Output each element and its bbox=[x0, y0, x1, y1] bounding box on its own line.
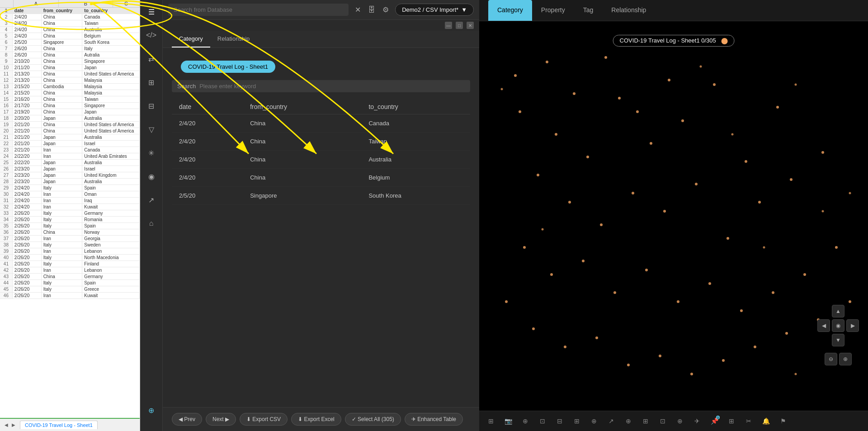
next-sheet-arrow[interactable]: ▶ bbox=[11, 422, 16, 428]
right-tab-relationship[interactable]: Relationship bbox=[602, 0, 655, 21]
nav-zoom-out-button[interactable]: ⊖ bbox=[825, 353, 837, 365]
cell-date: 2/15/20 bbox=[13, 84, 42, 90]
clear-icon[interactable]: ✕ bbox=[353, 4, 363, 16]
toolbar-camera-icon[interactable]: 📷 bbox=[502, 415, 514, 427]
toolbar-add-icon[interactable]: ⊕ bbox=[588, 415, 600, 427]
cell-header-date: date bbox=[13, 8, 42, 14]
nav-right-button[interactable]: ▶ bbox=[846, 319, 859, 332]
filter-icon[interactable]: ▽ bbox=[144, 122, 159, 137]
enhanced-table-button[interactable]: ✈ Enhanced Table bbox=[405, 413, 463, 426]
nav-down-button[interactable]: ▼ bbox=[832, 334, 844, 346]
hierarchy-icon[interactable]: ⊟ bbox=[144, 99, 159, 113]
code-icon[interactable]: </> bbox=[144, 28, 159, 43]
sheet-row: 25 2/22/20 Japan Australia bbox=[0, 160, 140, 166]
cell-from: China bbox=[42, 58, 83, 64]
sheet-row: 36 2/26/20 China Norway bbox=[0, 229, 140, 236]
table-icon[interactable]: ⊞ bbox=[144, 75, 159, 90]
select-all-button[interactable]: ✓ Select All (305) bbox=[345, 413, 401, 426]
toolbar-circle-icon[interactable]: ⊕ bbox=[622, 415, 635, 427]
settings-icon[interactable]: ⚙ bbox=[381, 4, 391, 16]
col-header-to-country: to_country bbox=[361, 99, 470, 114]
search-input[interactable] bbox=[168, 4, 349, 16]
cell-date: 2/26/20 bbox=[13, 261, 42, 267]
nav-center-button[interactable]: ◉ bbox=[832, 319, 844, 332]
menu-icon[interactable]: ☰ bbox=[144, 5, 159, 19]
search-wrapper bbox=[168, 4, 349, 16]
database-icon[interactable]: 🗄 bbox=[366, 4, 377, 16]
toolbar-merge-icon[interactable]: ⊕ bbox=[674, 415, 686, 427]
svg-point-12 bbox=[713, 83, 716, 86]
graph-icon[interactable]: ✳ bbox=[144, 146, 159, 160]
toolbar-select-icon[interactable]: ⊡ bbox=[536, 415, 549, 427]
minimize-btn[interactable]: — bbox=[445, 22, 452, 29]
prev-sheet-arrow[interactable]: ◀ bbox=[4, 422, 9, 428]
cell-from: Iran bbox=[42, 267, 83, 273]
toolbar-plane-icon[interactable]: ✈ bbox=[691, 415, 703, 427]
svg-point-2 bbox=[573, 92, 576, 95]
sheet-rows: 2 2/4/20 China Canada 3 2/4/20 China Tai… bbox=[0, 14, 140, 418]
toolbar-pin-icon[interactable]: 📌 0 bbox=[708, 415, 721, 427]
home-icon[interactable]: ⌂ bbox=[144, 216, 159, 231]
nav-left-button[interactable]: ◀ bbox=[817, 319, 830, 332]
tab-category[interactable]: Category bbox=[172, 31, 210, 47]
prev-button[interactable]: ◀ Prev bbox=[172, 413, 202, 426]
close-btn[interactable]: ✕ bbox=[467, 22, 474, 29]
cell-row-num: 27 bbox=[0, 172, 13, 178]
cell-from: Italy bbox=[42, 217, 83, 223]
toolbar-link-icon[interactable]: ↗ bbox=[605, 415, 618, 427]
export-csv-button[interactable]: ⬇ Export CSV bbox=[240, 413, 288, 426]
cell-from: Japan bbox=[42, 134, 83, 140]
right-panel-tabs: Category Property Tag Relationship bbox=[479, 0, 868, 21]
toolbar-grid-icon[interactable]: ⊞ bbox=[485, 415, 497, 427]
sheet-row: 8 2/6/20 China Autralia bbox=[0, 52, 140, 58]
nav-up-button[interactable]: ▲ bbox=[832, 305, 844, 317]
cell-row-num: 11 bbox=[0, 71, 13, 77]
cell-to: Canada bbox=[82, 147, 140, 153]
next-button[interactable]: Next ▶ bbox=[206, 413, 236, 426]
cell-from: Iran bbox=[42, 236, 83, 242]
nav-zoom-in-button[interactable]: ⊕ bbox=[839, 353, 852, 365]
cell-date: 2/4/20 bbox=[172, 133, 243, 151]
toolbar-copy-icon[interactable]: ⊞ bbox=[725, 415, 738, 427]
cell-to: Belgium bbox=[82, 33, 140, 39]
toolbar-layout-icon[interactable]: ⊞ bbox=[571, 415, 583, 427]
cell-to: United Kingdom bbox=[82, 172, 140, 178]
globe-icon[interactable]: ◉ bbox=[144, 169, 159, 184]
sheet-row: 38 2/26/20 Italy Sweden bbox=[0, 242, 140, 248]
arrows-icon[interactable]: ⇄ bbox=[144, 52, 159, 66]
toolbar-bell-icon[interactable]: 🔔 bbox=[760, 415, 772, 427]
toolbar-target-icon[interactable]: ⊕ bbox=[519, 415, 532, 427]
svg-point-29 bbox=[645, 269, 648, 271]
cell-row-num: 29 bbox=[0, 185, 13, 191]
toolbar-box-icon[interactable]: ⊡ bbox=[656, 415, 669, 427]
right-tab-category[interactable]: Category bbox=[488, 0, 532, 21]
toolbar-flag-icon[interactable]: ⚑ bbox=[777, 415, 789, 427]
tab-relationship[interactable]: Relationship bbox=[210, 31, 257, 47]
svg-point-42 bbox=[690, 373, 693, 375]
right-tab-tag[interactable]: Tag bbox=[574, 0, 603, 21]
cell-row-num: 20 bbox=[0, 128, 13, 134]
toolbar-minus-icon[interactable]: ⊟ bbox=[553, 415, 566, 427]
toolbar-scissors-icon[interactable]: ✂ bbox=[742, 415, 755, 427]
cell-to: Kuwait bbox=[82, 293, 140, 298]
cell-row-num: 12 bbox=[0, 77, 13, 83]
cell-from: China bbox=[42, 27, 83, 33]
cell-from: China bbox=[42, 96, 83, 102]
cell-header-to: to_country bbox=[82, 8, 140, 14]
category-section: COVID-19 Travel Log - Sheet1 bbox=[163, 48, 479, 80]
modal-search-input[interactable] bbox=[199, 83, 465, 90]
cell-row-num: 28 bbox=[0, 179, 13, 185]
sheet-nav-arrows[interactable]: ◀ ▶ bbox=[4, 422, 16, 428]
toolbar-table-icon[interactable]: ⊞ bbox=[639, 415, 652, 427]
right-tab-property[interactable]: Property bbox=[532, 0, 574, 21]
svg-point-35 bbox=[835, 246, 838, 249]
maximize-btn[interactable]: □ bbox=[456, 22, 463, 29]
export-icon[interactable]: ↗ bbox=[144, 193, 159, 207]
export-excel-button[interactable]: ⬇ Export Excel bbox=[291, 413, 341, 426]
sheet-tab[interactable]: COVID-19 Travel Log - Sheet1 bbox=[20, 421, 98, 429]
cell-row-num: 33 bbox=[0, 210, 13, 216]
demo-selector[interactable]: Demo2 / CSV Import* ▼ bbox=[395, 4, 474, 16]
cell-from-country: China bbox=[243, 151, 361, 169]
command-icon[interactable]: ⊕ bbox=[144, 403, 159, 417]
cell-row-num: 32 bbox=[0, 204, 13, 210]
